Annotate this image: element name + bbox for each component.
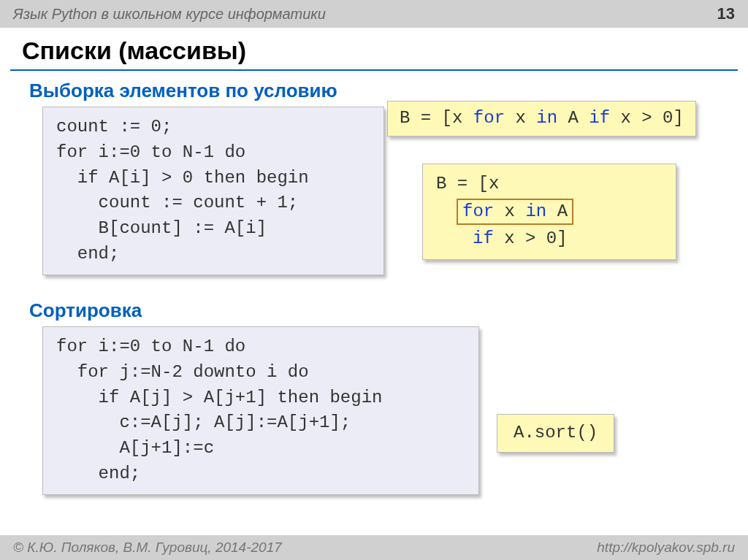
python-block-line1: B = [x bbox=[436, 172, 663, 197]
title-underline bbox=[10, 69, 738, 71]
course-title: Язык Python в школьном курсе информатики bbox=[13, 6, 326, 23]
slide-footer: © К.Ю. Поляков, В.М. Гуровиц, 2014-2017 … bbox=[0, 535, 748, 560]
section1-python-inline: B = [x for x in A if x > 0] bbox=[387, 101, 696, 137]
section1-python-block: B = [x for x in A if x > 0] bbox=[422, 164, 676, 260]
section2-pascal-code: for i:=0 to N-1 do for j:=N-2 downto i d… bbox=[42, 326, 479, 495]
footer-copyright: © К.Ю. Поляков, В.М. Гуровиц, 2014-2017 bbox=[13, 540, 282, 556]
section2-python-code: A.sort() bbox=[497, 414, 614, 453]
section1-pascal-code: count := 0; for i:=0 to N-1 do if A[i] >… bbox=[42, 107, 384, 275]
python-block-line3: if x > 0] bbox=[473, 226, 663, 252]
section2-heading: Сортировка bbox=[0, 296, 748, 326]
slide-header: Язык Python в школьном курсе информатики… bbox=[0, 0, 748, 28]
python-for-highlight: for x in A bbox=[457, 199, 573, 225]
page-number: 13 bbox=[717, 4, 735, 23]
footer-url: http://kpolyakov.spb.ru bbox=[597, 540, 735, 556]
slide-title: Списки (массивы) bbox=[0, 28, 748, 69]
